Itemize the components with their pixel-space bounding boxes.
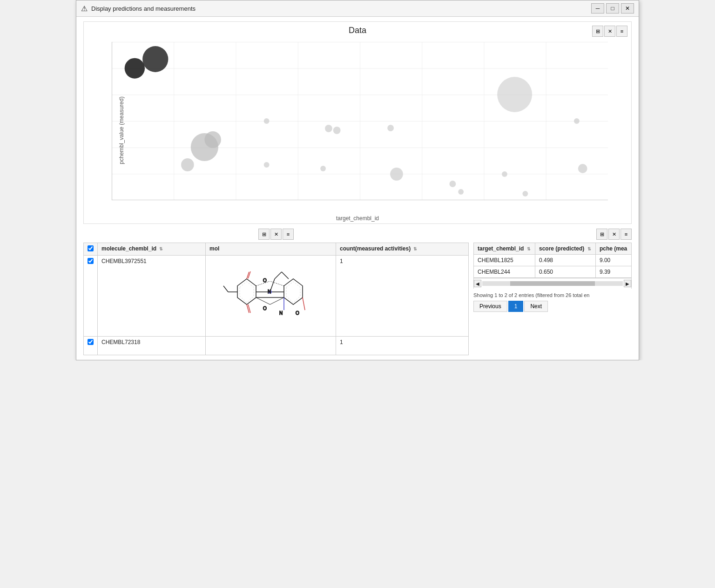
chart-grid-button[interactable]: ⊞ (592, 26, 603, 37)
svg-marker-21 (286, 282, 300, 303)
svg-line-31 (275, 272, 282, 279)
bubble-16 (522, 191, 528, 196)
svg-rect-0 (112, 42, 608, 200)
left-table-header-row: molecule_chembl_id ⇅ mol count(measured … (84, 243, 469, 256)
y-axis-label: pchembl_value (measured) (118, 96, 125, 164)
scroll-right-arrow[interactable]: ▶ (624, 280, 631, 287)
main-content: Data ⊞ ✕ ≡ pchembl_value (measured) targ… (76, 17, 639, 360)
left-table-section: ⊞ ✕ ≡ molecule_chembl_id ⇅ (83, 229, 469, 355)
bubble-13 (449, 181, 456, 187)
svg-line-44 (303, 297, 305, 310)
molecule-id-cell-1: CHEMBL3972551 (98, 256, 206, 337)
chart-area: pchembl_value (measured) target_chembl_i… (84, 37, 631, 223)
sort-icon-target: ⇅ (527, 247, 531, 251)
header-molecule-chembl-id: molecule_chembl_id ⇅ (98, 243, 206, 256)
svg-marker-20 (284, 279, 303, 304)
right-table-row: CHEMBL1825 0.498 9.00 (474, 255, 632, 266)
chart-toolbar: ⊞ ✕ ≡ (592, 26, 627, 37)
right-table-menu-button[interactable]: ≡ (621, 229, 632, 240)
pche-cell-1: 9.00 (595, 255, 631, 266)
svg-line-40 (248, 271, 250, 278)
svg-line-34 (223, 286, 228, 292)
bubble-8 (325, 125, 332, 132)
left-table-menu-button[interactable]: ≡ (283, 229, 294, 240)
bubble-11 (387, 125, 394, 131)
bubble-17 (502, 171, 507, 177)
left-table-grid-button[interactable]: ⊞ (258, 229, 270, 240)
sort-icon-score: ⇅ (587, 247, 591, 251)
chart-svg: 4 5 6 7 8 9 10 CHEMBL1825 CHEMBL3769 CHE… (112, 42, 608, 200)
svg-marker-19 (240, 282, 254, 303)
window-controls: ─ □ ✕ (591, 3, 634, 14)
select-all-checkbox[interactable] (88, 245, 94, 251)
row-checkbox-cell-2 (84, 337, 98, 355)
header-score-predicted: score (predicted) ⇅ (535, 243, 595, 255)
bubble-10 (320, 166, 326, 171)
scroll-left-arrow[interactable]: ◀ (474, 280, 481, 287)
svg-line-32 (282, 272, 289, 279)
pagination-controls: Previous 1 Next (473, 301, 632, 312)
bubble-12 (390, 168, 403, 181)
next-button[interactable]: Next (524, 301, 548, 312)
bubble-6 (264, 162, 270, 168)
bubble-4 (204, 131, 221, 148)
bubble-2 (142, 46, 168, 72)
page-1-button[interactable]: 1 (508, 301, 524, 312)
bubble-19 (578, 164, 587, 173)
svg-line-36 (256, 297, 270, 304)
horizontal-scrollbar[interactable]: ◀ ▶ (473, 278, 632, 289)
bottom-section: ⊞ ✕ ≡ molecule_chembl_id ⇅ (83, 229, 632, 355)
bubble-5 (181, 158, 194, 171)
sort-icon-count: ⇅ (413, 247, 417, 251)
warning-icon: ⚠ (81, 4, 88, 13)
app-window: ⚠ Display predictions and measurements ─… (76, 0, 639, 360)
header-mol: mol (206, 243, 336, 256)
header-checkbox-cell (84, 243, 98, 256)
mol-structure-cell-2 (206, 337, 336, 355)
mol-structure-cell-1: N O O N O (206, 256, 336, 337)
row-checkbox-2[interactable] (88, 339, 94, 345)
sort-icon-molecule: ⇅ (159, 247, 163, 251)
left-data-table: molecule_chembl_id ⇅ mol count(measured … (83, 243, 469, 355)
chart-container: Data ⊞ ✕ ≡ pchembl_value (measured) targ… (83, 21, 632, 224)
bubble-15 (497, 77, 532, 112)
pagination-area: Showing 1 to 2 of 2 entries (filtered fr… (473, 292, 632, 312)
svg-line-39 (247, 272, 249, 279)
table-row: CHEMBL3972551 (84, 256, 469, 337)
x-axis-label: target_chembl_id (336, 215, 379, 222)
row-checkbox-1[interactable] (88, 258, 94, 264)
close-button[interactable]: ✕ (621, 3, 634, 14)
svg-text:O: O (263, 278, 267, 283)
bubble-9 (333, 127, 341, 134)
right-table-toolbar: ⊞ ✕ ≡ (473, 229, 632, 240)
bubble-1 (125, 58, 145, 79)
left-table-toolbar: ⊞ ✕ ≡ (83, 229, 469, 240)
right-header-row: target_chembl_id ⇅ score (predicted) ⇅ p… (474, 243, 632, 255)
pche-cell-2: 9.39 (595, 266, 631, 278)
svg-line-30 (270, 279, 275, 292)
count-cell-2: 1 (336, 337, 469, 355)
bubble-7 (264, 118, 270, 124)
score-cell-1: 0.498 (535, 255, 595, 266)
pagination-info: Showing 1 to 2 of 2 entries (filtered fr… (473, 292, 632, 298)
molecule-id-cell-2: CHEMBL72318 (98, 337, 206, 355)
svg-marker-18 (237, 279, 256, 304)
chart-menu-button[interactable]: ≡ (616, 26, 627, 37)
header-target-chembl-id: target_chembl_id ⇅ (474, 243, 535, 255)
previous-button[interactable]: Previous (473, 301, 507, 312)
minimize-button[interactable]: ─ (591, 3, 604, 14)
scroll-thumb (510, 281, 594, 286)
svg-text:O: O (263, 306, 267, 311)
chart-close-button[interactable]: ✕ (604, 26, 615, 37)
maximize-button[interactable]: □ (606, 3, 619, 14)
right-table-row: CHEMBL244 0.650 9.39 (474, 266, 632, 278)
header-count: count(measured activities) ⇅ (336, 243, 469, 256)
right-table-grid-button[interactable]: ⊞ (596, 229, 607, 240)
left-table-close-button[interactable]: ✕ (270, 229, 282, 240)
right-table-section: ⊞ ✕ ≡ target_chembl_id ⇅ score (predicte… (473, 229, 632, 312)
scroll-track (482, 281, 623, 286)
svg-text:N: N (279, 311, 283, 316)
title-bar: ⚠ Display predictions and measurements ─… (76, 0, 639, 17)
right-table-close-button[interactable]: ✕ (608, 229, 620, 240)
right-data-table: target_chembl_id ⇅ score (predicted) ⇅ p… (473, 243, 632, 278)
